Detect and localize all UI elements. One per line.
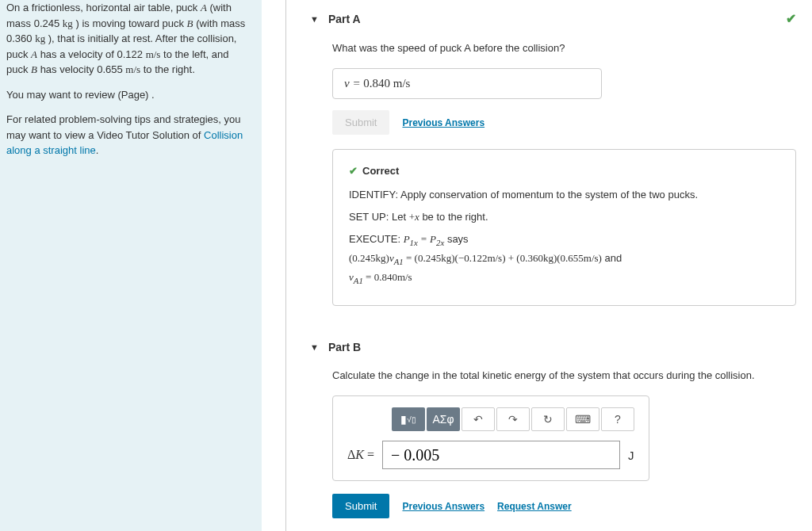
part-a-question: What was the speed of puck A before the … [332,42,796,54]
part-a-title: Part A [328,13,786,25]
setup-text: SET UP: Let +x be to the right. [349,208,779,226]
keyboard-button[interactable]: ⌨ [566,407,599,431]
part-b-question: Calculate the change in the total kineti… [332,369,796,381]
previous-answers-link[interactable]: Previous Answers [402,501,485,512]
part-b-header[interactable]: ▼ Part B [310,330,796,365]
part-b-title: Part B [328,341,796,353]
part-a-header[interactable]: ▼ Part A ✔ [310,0,796,37]
check-icon: ✔ [349,165,358,177]
undo-button[interactable]: ↶ [462,407,495,431]
vertical-divider [285,0,286,531]
request-answer-link[interactable]: Request Answer [497,501,572,512]
part-a-answer-display: v = 0.840 m/s [332,68,602,99]
collapse-icon: ▼ [310,14,319,24]
math-toolbar: ▮√▯ ΑΣφ ↶ ↷ ↻ ⌨ ? [392,407,634,431]
collapse-icon: ▼ [310,342,319,352]
submit-button-disabled: Submit [332,110,389,135]
feedback-correct: ✔Correct IDENTIFY: Apply conservation of… [332,149,796,306]
submit-button[interactable]: Submit [332,494,389,518]
answer-input-panel: ▮√▯ ΑΣφ ↶ ↷ ↻ ⌨ ? ΔK = J [332,395,649,481]
help-button[interactable]: ? [601,407,634,431]
template-button[interactable]: ▮√▯ [392,407,425,431]
execute-text: EXECUTE: P1x = P2x says (0.245kg)vA1 = (… [349,231,779,288]
review-hint: You may want to review (Page) . [6,87,252,103]
delta-k-label: ΔK = [347,448,374,462]
related-hint: For related problem-solving tips and str… [6,112,252,159]
previous-answers-link[interactable]: Previous Answers [402,117,485,128]
problem-statement: On a frictionless, horizontal air table,… [0,0,262,531]
reset-button[interactable]: ↻ [531,407,565,431]
check-icon: ✔ [786,11,796,26]
problem-text: On a frictionless, horizontal air table,… [6,0,252,78]
identify-text: IDENTIFY: Apply conservation of momentum… [349,186,779,204]
greek-button[interactable]: ΑΣφ [427,407,460,431]
answer-input[interactable] [382,441,620,469]
redo-button[interactable]: ↷ [496,407,530,431]
unit-label: J [628,449,634,462]
